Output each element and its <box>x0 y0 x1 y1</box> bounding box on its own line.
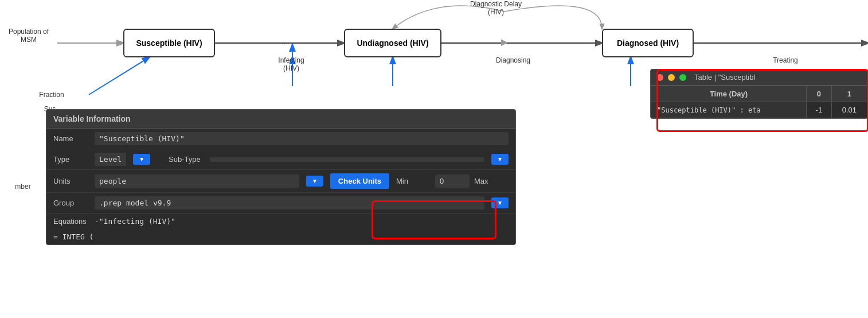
minimize-button[interactable] <box>668 74 675 81</box>
data-table: Time (Day) 0 1 "Susceptible (HIV)" : eta… <box>651 86 867 118</box>
equations-label: Equations <box>53 217 88 226</box>
name-label: Name <box>53 134 88 143</box>
stock-susceptible[interactable]: Susceptible (HIV) <box>123 29 215 57</box>
table-title: Table | "Susceptibl <box>694 73 755 82</box>
type-label: Type <box>53 155 88 164</box>
type-row: Type Level Sub-Type <box>46 149 515 170</box>
group-label: Group <box>53 199 88 207</box>
variable-info-panel: Variable Information Name Type Level Sub… <box>46 109 516 245</box>
min-field[interactable] <box>435 174 470 188</box>
units-row: Units people Check Units Min Max <box>46 170 515 193</box>
col-1: 1 <box>831 86 867 102</box>
cell-val-minus1[interactable]: -1 <box>806 102 831 118</box>
maximize-button[interactable] <box>679 74 686 81</box>
table-row: "Susceptible (HIV)" : eta -1 0.01 <box>651 102 867 118</box>
name-row: Name <box>46 129 515 149</box>
group-row: Group .prep model v9.9 <box>46 193 515 214</box>
label-diagnosing: Diagnosing <box>487 56 539 64</box>
units-dropdown[interactable] <box>306 176 323 187</box>
equations-row: Equations -"Infecting (HIV)" <box>46 214 515 229</box>
label-infecting: Infecting (HIV) <box>268 56 314 72</box>
stock-diagnosed-label: Diagnosed (HIV) <box>617 38 679 48</box>
group-value: .prep model v9.9 <box>95 196 484 210</box>
group-dropdown[interactable] <box>491 197 509 208</box>
svg-line-8 <box>89 57 149 95</box>
stock-undiagnosed[interactable]: Undiagnosed (HIV) <box>344 29 441 57</box>
name-field[interactable] <box>95 132 509 145</box>
units-label: Units <box>53 177 88 185</box>
label-pop-msm: Population of MSM <box>6 28 52 44</box>
equations-value: -"Infecting (HIV)" <box>95 217 175 226</box>
svg-text:►: ► <box>499 36 510 48</box>
label-treating: Treating <box>763 56 808 64</box>
subtype-dropdown[interactable] <box>491 154 509 165</box>
subtype-label: Sub-Type <box>169 155 203 164</box>
label-diag-delay: Diagnostic Delay (HIV) <box>459 0 533 16</box>
row-label: "Susceptible (HIV)" : eta <box>651 102 807 118</box>
close-button[interactable] <box>656 74 663 81</box>
max-label: Max <box>474 177 509 185</box>
stock-undiagnosed-label: Undiagnosed (HIV) <box>357 38 428 48</box>
label-member: mber <box>6 183 40 191</box>
stock-diagnosed[interactable]: Diagnosed (HIV) <box>602 29 694 57</box>
label-fraction: Fraction <box>32 91 72 99</box>
units-value: people <box>95 174 299 188</box>
table-header-row: Time (Day) 0 1 <box>651 86 867 102</box>
integ-row: = INTEG ( <box>46 229 515 245</box>
table-panel: Table | "Susceptibl Time (Day) 0 1 "Susc… <box>650 69 868 119</box>
svg-text:→: → <box>278 38 287 48</box>
type-value: Level <box>95 153 126 166</box>
col-time: Time (Day) <box>651 86 807 102</box>
type-dropdown[interactable] <box>133 154 150 165</box>
table-titlebar: Table | "Susceptibl <box>651 69 867 86</box>
col-0: 0 <box>806 86 831 102</box>
cell-val-001[interactable]: 0.01 <box>831 102 867 118</box>
subtype-value <box>210 157 484 162</box>
min-max-section: Min Max <box>396 174 509 188</box>
var-info-header: Variable Information <box>46 110 515 129</box>
min-label: Min <box>396 177 431 185</box>
check-units-button[interactable]: Check Units <box>330 173 389 189</box>
integ-value: = INTEG ( <box>53 232 93 241</box>
stock-susceptible-label: Susceptible (HIV) <box>136 38 202 48</box>
